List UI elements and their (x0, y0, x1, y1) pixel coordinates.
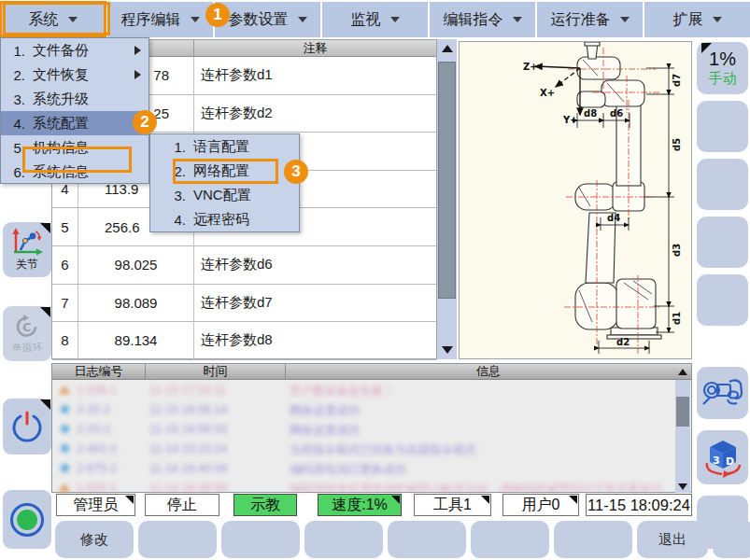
manual-mode-label: 手动 (709, 70, 737, 88)
info-icon (61, 464, 69, 472)
function-button-blank-2[interactable] (697, 159, 748, 210)
menu-item-label: 运行准备 (551, 10, 611, 30)
joystick-icon (701, 374, 744, 412)
table-header-comment: 注释 (194, 40, 436, 56)
bottom-button-修改[interactable]: 修改 (55, 521, 134, 558)
chevron-down-icon (390, 17, 400, 22)
log-id: 2-20-2 (77, 403, 149, 416)
log-scroll-thumb[interactable] (676, 397, 689, 427)
bottom-button-blank[interactable] (471, 521, 549, 558)
dim-label-d2: d2 (616, 337, 630, 347)
table-row[interactable]: 889.134连杆参数d8 (52, 322, 436, 360)
log-header-info: 信息 (286, 364, 691, 379)
dim-label-d8: d8 (584, 108, 597, 119)
menu-bar: 系统程序编辑参数设置监视编辑指令运行准备扩展 (0, 0, 750, 37)
bottom-button-blank[interactable] (304, 521, 383, 558)
scroll-thumb[interactable] (438, 62, 456, 299)
bottom-button-blank[interactable] (221, 521, 300, 558)
speed-mode-button[interactable]: 1% 手动 (697, 42, 748, 94)
menu-item-2[interactable]: 程序编辑 (107, 2, 213, 37)
menu-item-3[interactable]: 参数设置 (215, 2, 320, 37)
dropdown-item-number: 2. (1, 67, 25, 83)
table-row[interactable]: 798.089连杆参数d7 (52, 285, 436, 323)
pendant-jog-button[interactable] (697, 367, 748, 419)
log-scrollbar[interactable] (675, 380, 690, 493)
table-scrollbar[interactable] (437, 39, 457, 359)
submenu-arrow-icon (134, 46, 141, 55)
log-time: 11-14 23:23:24 (149, 442, 290, 455)
dropdown-item-4[interactable]: 4.系统配置 (1, 111, 149, 135)
dropdown-item-label: 机构信息 (33, 139, 89, 157)
function-button-blank-1[interactable] (697, 101, 748, 152)
bottom-button-blank[interactable] (713, 521, 750, 558)
bottom-button-blank[interactable] (138, 521, 217, 558)
info-icon (61, 444, 69, 453)
menu-item-6[interactable]: 运行准备 (537, 2, 643, 37)
svg-text:3: 3 (713, 455, 720, 467)
log-panel[interactable]: 日志编号 时间 信息 1-208-111-15 17:32:11用户数据备份失败… (51, 363, 692, 493)
log-scroll-down-icon[interactable] (675, 479, 690, 494)
joint-coordinate-button[interactable]: 关节 (3, 222, 51, 277)
submenu-item-number: 3. (150, 188, 186, 203)
status-tool[interactable]: 工具1 (414, 494, 491, 516)
svg-text:D: D (726, 455, 734, 468)
chevron-down-icon (191, 17, 200, 22)
dim-label-d4: d4 (607, 213, 620, 223)
menu-item-label: 扩展 (673, 10, 703, 30)
scroll-up-icon[interactable] (437, 39, 457, 58)
bottom-button-blank[interactable] (554, 521, 632, 558)
single-cycle-button-disabled[interactable]: C 单循环 (3, 306, 51, 361)
log-id: 2-675-2 (77, 462, 149, 475)
status-clock: 11-15 18:09:24 (586, 494, 692, 516)
submenu-item-2[interactable]: 2.网络配置 (150, 159, 299, 183)
view-3d-button[interactable]: 3 D (697, 430, 748, 484)
dropdown-item-6[interactable]: 6.系统信息 (1, 160, 149, 184)
dropdown-item-5[interactable]: 5.机构信息 (1, 135, 149, 160)
axis-label-z: Z+ (523, 62, 538, 72)
log-message: 编码器校准后请先使机械臂小幅度运动，请确保机械臂运行正常后再执行作业 (290, 482, 675, 492)
log-scroll-up-icon[interactable] (675, 364, 690, 379)
system-dropdown-menu: 1.文件备份2.文件恢复3.系统升级4.系统配置5.机构信息6.系统信息 (0, 37, 149, 184)
comment-cell: 连杆参数d7 (194, 285, 436, 322)
menu-item-5[interactable]: 编辑指令 (430, 2, 535, 37)
log-row: 2-20-211-15 16:55:53网络设置成功 (52, 419, 675, 439)
value-cell: 89.134 (78, 322, 194, 359)
step-badge-3: 3 (284, 160, 308, 184)
status-user-frame[interactable]: 用户0 (502, 494, 579, 516)
log-time: 11-14 16:40:08 (149, 462, 290, 475)
menu-item-label: 程序编辑 (121, 10, 181, 30)
function-button-blank-3[interactable] (697, 217, 748, 268)
dropdown-item-2[interactable]: 2.文件恢复 (1, 63, 149, 87)
dropdown-item-3[interactable]: 3.系统升级 (1, 87, 149, 111)
dropdown-item-1[interactable]: 1.文件备份 (1, 38, 149, 63)
chevron-down-icon (298, 17, 307, 22)
dropdown-item-number: 4. (1, 116, 25, 132)
comment-cell: 连杆参数d8 (194, 322, 436, 359)
menu-item-label: 系统 (29, 10, 59, 30)
status-user-level[interactable]: 管理员 (56, 494, 135, 516)
table-row[interactable]: 698.025连杆参数d6 (52, 246, 436, 285)
log-message: 网络设置成功 (290, 403, 675, 419)
menu-item-7[interactable]: 扩展 (644, 2, 750, 37)
bottom-button-退出[interactable]: 退出 (637, 521, 708, 558)
menu-item-1[interactable]: 系统 (0, 2, 106, 37)
start-button[interactable] (3, 490, 51, 549)
submenu-arrow-icon (134, 70, 141, 79)
status-speed[interactable]: 速度:1% (318, 494, 402, 516)
row-number-cell: 7 (52, 285, 78, 322)
servo-power-button[interactable] (3, 399, 51, 455)
submenu-item-1[interactable]: 1.语言配置 (150, 134, 299, 159)
joint-button-label: 关节 (16, 257, 38, 273)
log-header-id: 日志编号 (52, 364, 146, 379)
log-row: 1-630-111-14 16:39:58编码器校准后请先使机械臂小幅度运动，请… (52, 478, 675, 492)
comment-cell: 连杆参数d6 (194, 246, 436, 284)
scroll-down-icon[interactable] (437, 341, 457, 359)
submenu-item-4[interactable]: 4.远程密码 (150, 207, 299, 231)
menu-item-4[interactable]: 监视 (322, 2, 428, 37)
bottom-button-blank[interactable] (388, 521, 466, 558)
function-button-blank-4[interactable] (697, 274, 748, 326)
log-time: 11-14 16:39:58 (149, 482, 290, 492)
dim-label-d7: d7 (672, 74, 682, 87)
warning-icon (59, 483, 70, 492)
submenu-item-3[interactable]: 3.VNC配置 (150, 183, 299, 207)
